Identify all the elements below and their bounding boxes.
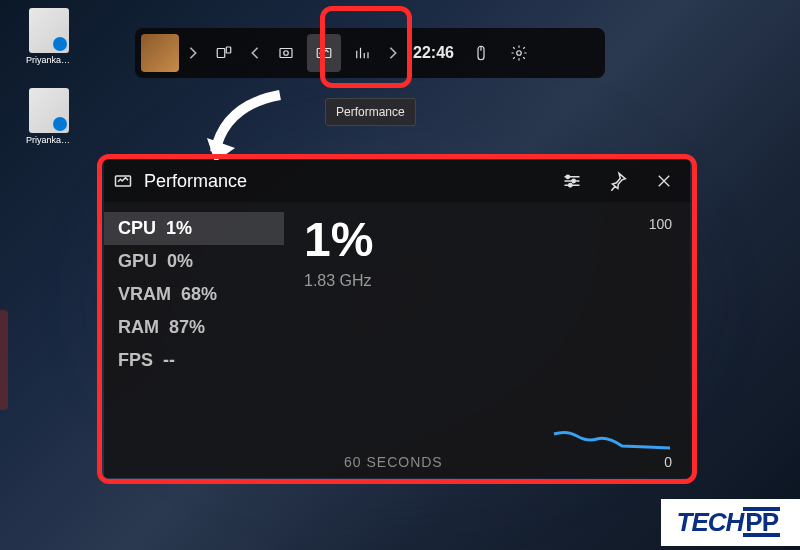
metric-name: VRAM (118, 284, 171, 305)
chevron-right-icon[interactable] (383, 34, 403, 72)
metric-list: CPU 1% GPU 0% VRAM 68% RAM 87% FPS -- (104, 212, 284, 472)
y-axis-max: 100 (649, 216, 672, 232)
pin-button[interactable] (600, 163, 636, 199)
desktop-file-icon[interactable]: Priyanka_Ba... (26, 88, 72, 148)
watermark-text: TECH (677, 507, 744, 537)
cpu-frequency: 1.83 GHz (304, 272, 672, 290)
sparkline (552, 424, 672, 454)
document-icon (29, 88, 69, 133)
desktop-file-label: Priyanka_Ba... (26, 55, 72, 65)
metric-name: CPU (118, 218, 156, 239)
y-axis-min: 0 (664, 454, 672, 470)
game-thumbnail[interactable] (141, 34, 179, 72)
settings-button[interactable] (502, 34, 536, 72)
edge-artifact (0, 310, 8, 410)
x-axis-label: 60 SECONDS (344, 454, 443, 470)
svg-point-9 (572, 179, 575, 182)
metric-value: 68% (181, 284, 217, 305)
widget-title: Performance (144, 171, 544, 192)
metric-value: 87% (169, 317, 205, 338)
svg-rect-1 (226, 47, 231, 53)
document-icon (29, 8, 69, 53)
options-button[interactable] (554, 163, 590, 199)
widget-titlebar[interactable]: Performance (104, 160, 690, 202)
metric-gpu[interactable]: GPU 0% (104, 245, 284, 278)
chart-area: 1% 1.83 GHz 100 0 60 SECONDS (284, 212, 672, 472)
performance-icon (112, 170, 134, 192)
chevron-left-icon[interactable] (245, 34, 265, 72)
mouse-mode-button[interactable] (464, 34, 498, 72)
clock: 22:46 (407, 44, 460, 62)
metric-cpu[interactable]: CPU 1% (104, 212, 284, 245)
selected-metric-value: 1% (304, 216, 672, 264)
svg-point-10 (569, 184, 572, 187)
metric-value: 1% (166, 218, 192, 239)
chevron-right-icon[interactable] (183, 34, 203, 72)
performance-widget: Performance CPU 1% GPU 0% VRAM 68% (104, 160, 690, 478)
widget-menu-button[interactable] (207, 34, 241, 72)
metric-name: FPS (118, 350, 153, 371)
desktop-file-label: Priyanka_Ba... (26, 135, 72, 145)
metric-value: 0% (167, 251, 193, 272)
metric-ram[interactable]: RAM 87% (104, 311, 284, 344)
close-button[interactable] (646, 163, 682, 199)
tooltip: Performance (325, 98, 416, 126)
resources-button[interactable] (345, 34, 379, 72)
performance-button[interactable] (307, 34, 341, 72)
watermark-text: PP (743, 507, 780, 537)
svg-point-6 (517, 51, 522, 56)
svg-point-8 (566, 175, 569, 178)
metric-vram[interactable]: VRAM 68% (104, 278, 284, 311)
watermark: TECHPP (661, 499, 800, 546)
svg-rect-2 (280, 49, 292, 58)
svg-rect-0 (217, 49, 225, 58)
metric-name: RAM (118, 317, 159, 338)
desktop-file-icon[interactable]: Priyanka_Ba... (26, 8, 72, 68)
metric-name: GPU (118, 251, 157, 272)
svg-point-3 (284, 51, 289, 56)
capture-button[interactable] (269, 34, 303, 72)
metric-value: -- (163, 350, 175, 371)
gamebar: 22:46 (135, 28, 605, 78)
metric-fps[interactable]: FPS -- (104, 344, 284, 377)
